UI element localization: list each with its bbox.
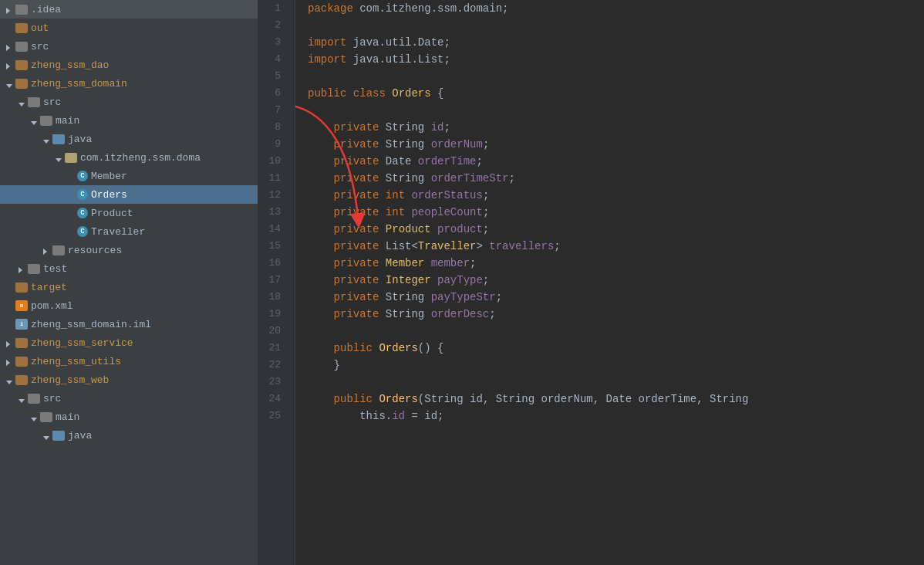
sidebar-item[interactable]: CMember <box>0 167 258 185</box>
folder-icon <box>28 264 40 274</box>
arrow-open-icon <box>19 394 26 402</box>
line-number: 25 <box>258 408 287 425</box>
code-token: orderTime, <box>632 391 710 408</box>
sidebar-item-label: zheng_ssm_utils <box>31 356 121 367</box>
code-token: public <box>308 85 346 102</box>
sidebar-item[interactable]: com.itzheng.ssm.doma <box>0 148 258 167</box>
sidebar-item-label: zheng_ssm_service <box>31 337 133 349</box>
code-token <box>308 391 334 408</box>
code-line <box>308 68 912 85</box>
code-token <box>308 221 334 238</box>
arrow-closed-icon <box>6 61 14 69</box>
sidebar-item[interactable]: zheng_ssm_domain <box>0 74 258 93</box>
code-token: int <box>386 204 405 221</box>
sidebar-item[interactable]: zheng_ssm_utils <box>0 352 258 370</box>
code-token: Orders <box>379 340 417 357</box>
code-token: private <box>334 136 379 153</box>
line-number: 6 <box>258 85 287 102</box>
code-token <box>379 272 385 289</box>
sidebar-item[interactable]: test <box>0 259 258 278</box>
code-token: Integer <box>386 272 431 289</box>
arrow-open-icon <box>6 376 14 384</box>
arrow-closed-icon <box>19 265 26 272</box>
code-token: String <box>386 119 424 136</box>
code-token: class <box>353 85 386 102</box>
code-token <box>379 119 385 136</box>
code-line: public Orders(String id, String orderNum… <box>308 391 912 408</box>
code-token <box>308 255 334 272</box>
code-token <box>308 340 334 357</box>
sidebar-item[interactable]: CProduct <box>0 204 258 222</box>
code-token <box>379 187 385 204</box>
code-token: Date <box>606 391 632 408</box>
sidebar-item-label: resources <box>68 245 122 256</box>
sidebar-item-label: src <box>43 393 61 404</box>
code-token: private <box>334 153 379 170</box>
code-token <box>379 136 385 153</box>
sidebar-item[interactable]: zheng_ssm_web <box>0 370 258 389</box>
arrow-open-icon <box>19 98 26 106</box>
folder-icon <box>15 375 28 385</box>
code-token: id <box>392 408 405 425</box>
code-token <box>411 153 417 170</box>
code-token: payTypeStr <box>431 289 496 306</box>
line-number: 12 <box>258 187 287 204</box>
arrow-closed-icon <box>6 5 14 13</box>
sidebar-item-label: main <box>56 411 79 423</box>
sidebar-item[interactable]: out <box>0 19 258 37</box>
code-line: private Date orderTime; <box>308 153 912 170</box>
code-line: private Product product; <box>308 221 912 238</box>
sidebar-item[interactable]: main <box>0 111 258 130</box>
code-token <box>431 221 437 238</box>
class-icon: C <box>77 208 88 218</box>
code-token: String <box>710 391 748 408</box>
code-token: member <box>431 255 470 272</box>
line-number: 14 <box>258 221 287 238</box>
sidebar-item[interactable]: main <box>0 408 258 426</box>
code-token: } <box>308 357 340 374</box>
sidebar-item[interactable]: resources <box>0 241 258 259</box>
code-token <box>379 238 385 255</box>
code-content: package com.itzheng.ssm.domain; import j… <box>295 0 924 565</box>
sidebar-item-label: zheng_ssm_dao <box>31 59 109 71</box>
code-token: ; <box>443 119 450 136</box>
file-tree: .ideaoutsrczheng_ssm_daozheng_ssm_domain… <box>0 0 258 565</box>
sidebar-item-label: java <box>68 430 92 442</box>
folder-icon <box>15 79 28 89</box>
code-token: private <box>334 238 379 255</box>
code-token: orderNum, <box>535 391 605 408</box>
code-token <box>308 170 334 187</box>
code-token: ; <box>470 255 476 272</box>
sidebar-item-label: zheng_ssm_web <box>31 374 109 386</box>
line-number: 15 <box>258 238 287 255</box>
code-token <box>308 187 334 204</box>
sidebar-item[interactable]: zheng_ssm_service <box>0 333 258 352</box>
code-token <box>379 153 385 170</box>
sidebar-item[interactable]: src <box>0 37 258 56</box>
code-token: peopleCount <box>411 204 482 221</box>
sidebar-item[interactable]: mpom.xml <box>0 296 258 315</box>
folder-icon <box>28 394 40 404</box>
code-token: ; <box>489 306 495 323</box>
code-token: private <box>334 204 379 221</box>
code-token: private <box>334 272 379 289</box>
code-token: import <box>308 51 346 68</box>
sidebar-item[interactable]: COrders <box>0 185 258 204</box>
sidebar-item[interactable]: CTraveller <box>0 222 258 241</box>
line-number: 22 <box>258 357 287 374</box>
sidebar-item[interactable]: zheng_ssm_dao <box>0 56 258 74</box>
sidebar-item[interactable]: izheng_ssm_domain.iml <box>0 315 258 333</box>
sidebar-item[interactable]: src <box>0 389 258 408</box>
folder-icon <box>52 245 65 255</box>
code-token <box>405 204 411 221</box>
arrow-open-icon <box>56 154 63 161</box>
code-token: > <box>476 238 489 255</box>
arrow-open-icon <box>6 80 14 87</box>
code-token: ( <box>418 391 424 408</box>
sidebar-item[interactable]: .idea <box>0 0 258 19</box>
sidebar-item[interactable]: target <box>0 278 258 296</box>
sidebar-item[interactable]: java <box>0 426 258 445</box>
sidebar-item[interactable]: src <box>0 93 258 111</box>
sidebar-item[interactable]: java <box>0 130 258 148</box>
code-token: ; <box>476 153 482 170</box>
